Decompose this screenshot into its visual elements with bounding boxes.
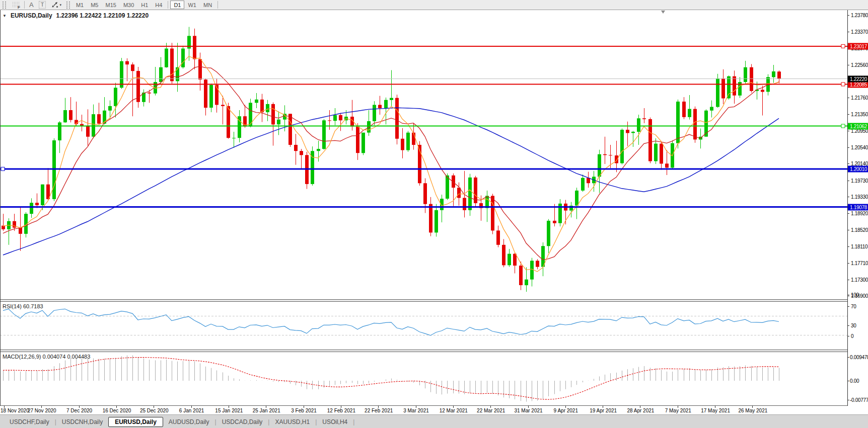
price-tick [848, 296, 849, 296]
date-label: 9 Apr 2021 [548, 408, 584, 413]
price-tick-label: 1.23370 [851, 29, 868, 35]
price-tick [848, 114, 849, 115]
date-label: 12 Mar 2021 [436, 408, 471, 413]
macd-axis-tick [848, 357, 849, 358]
chart-tab-usdchf[interactable]: USDCHF,Daily [4, 417, 55, 427]
macd-axis-tick [848, 400, 849, 400]
timeframe-group: M1M5M15M30H1H4D1W1MN [73, 1, 215, 9]
timeframe-button-w1[interactable]: W1 [184, 1, 200, 9]
price-tick [848, 230, 849, 230]
price-tick [848, 246, 849, 247]
date-label: 3 Mar 2021 [399, 408, 434, 413]
chart-tab-usdcad[interactable]: USDCAD,Daily [216, 417, 268, 427]
timeframe-button-m1[interactable]: M1 [73, 1, 87, 9]
chart-tab-eurusd[interactable]: EURUSD,Daily [108, 417, 163, 427]
chart-ohlc-values: 1.22396 1.22422 1.22109 1.22220 [56, 12, 149, 19]
toolbar-divider [24, 1, 25, 9]
date-label: 22 Feb 2021 [361, 408, 396, 413]
toolbar-grip[interactable] [66, 2, 70, 9]
date-label: 27 Nov 2020 [24, 408, 59, 413]
price-tick-label: 1.19730 [851, 178, 868, 183]
toolbar: F A T ▾ M1M5M15M30H1H4D1W1MN [0, 0, 868, 10]
toolbar-divider [218, 1, 218, 9]
price-tick-label: 1.21350 [851, 112, 868, 117]
price-tick [848, 147, 849, 148]
macd-axis-label: 0.00 [850, 378, 859, 384]
price-tick-label: 1.20540 [851, 144, 868, 150]
chart-tab-audusd[interactable]: AUDUSD,Daily [163, 417, 215, 427]
date-label: 31 Mar 2021 [511, 408, 546, 413]
price-tick-label: 1.17300 [851, 277, 868, 282]
chart-tab-usdcnh[interactable]: USDCNH,Daily [56, 417, 108, 427]
price-line-label: 1.20010 [848, 165, 868, 172]
price-tick-label: 1.23780 [851, 13, 868, 18]
price-tick [848, 98, 849, 98]
date-label: 17 May 2021 [698, 408, 733, 413]
price-tick [848, 263, 849, 264]
price-tick-label: 1.22560 [851, 62, 868, 68]
text-tool-button[interactable]: A [27, 1, 36, 9]
date-label: 25 Dec 2020 [136, 408, 172, 413]
chart-left-frame [0, 10, 1, 406]
chart-menu-arrow-icon[interactable]: ▼ [3, 14, 7, 18]
chart-symbol: EURUSD,Daily [11, 12, 52, 19]
rsi-axis-label: 0 [851, 333, 853, 339]
rsi-axis-tick [848, 295, 849, 295]
price-tick [848, 280, 849, 280]
date-label: 22 Mar 2021 [473, 408, 509, 413]
rsi-panel[interactable] [0, 302, 848, 350]
date-label: 7 May 2021 [661, 408, 696, 413]
chart-title: ▼ EURUSD,Daily 1.22396 1.22422 1.22109 1… [3, 12, 149, 19]
price-tick [848, 32, 849, 32]
pointer-tools-button[interactable]: ▾ [48, 1, 64, 9]
macd-panel[interactable] [0, 352, 848, 405]
candlestick-chart[interactable] [0, 10, 848, 299]
rsi-axis-tick [848, 325, 849, 326]
rsi-axis-tick [848, 336, 849, 336]
date-label: 3 Feb 2021 [286, 408, 322, 413]
dropdown-arrow-icon: ▾ [59, 3, 61, 7]
diagonal-arrows-icon [51, 2, 58, 8]
main-chart-panel[interactable] [0, 10, 848, 299]
date-axis[interactable]: 18 Nov 202027 Nov 20207 Dec 202016 Dec 2… [0, 406, 848, 414]
date-label: 7 Dec 2020 [62, 408, 97, 413]
price-axis[interactable]: 1.237801.233701.229701.225601.221601.217… [847, 10, 868, 406]
rsi-indicator-label: RSI(14) 60.7183 [3, 303, 43, 309]
toolbar-grip[interactable] [3, 2, 6, 9]
price-tick [848, 197, 849, 197]
timeframe-button-mn[interactable]: MN [200, 1, 215, 9]
rsi-axis-label: 70 [851, 303, 856, 309]
date-label: 15 Jan 2021 [211, 408, 247, 413]
macd-indicator-label: MACD(12,26,9) 0.004074 0.004483 [3, 354, 90, 360]
timeframe-button-d1[interactable]: D1 [170, 1, 184, 9]
price-tick [848, 65, 849, 65]
textbox-tool-button[interactable]: T [36, 1, 49, 9]
timeframe-button-m5[interactable]: M5 [87, 1, 102, 9]
timeframe-button-m30[interactable]: M30 [120, 1, 137, 9]
price-tick-label: 1.18520 [851, 227, 868, 232]
metatrader-window: F A T ▾ M1M5M15M30H1H4D1W1MN ▼ EURUSD,Da… [0, 0, 868, 428]
macd-chart[interactable] [0, 352, 848, 405]
macd-axis-label: 0.009478 [850, 355, 868, 360]
timeframe-button-h1[interactable]: H1 [137, 1, 152, 9]
rsi-axis-tick [848, 306, 849, 307]
price-tick-label: 1.18920 [851, 211, 868, 216]
price-tick [848, 131, 849, 131]
price-tick-label: 1.17710 [851, 260, 868, 266]
rsi-chart[interactable] [0, 302, 848, 350]
price-tick [848, 15, 849, 16]
timeframe-button-m15[interactable]: M15 [102, 1, 119, 9]
price-tick [848, 163, 849, 164]
price-tick-label: 1.21760 [851, 95, 868, 100]
date-label: 16 Dec 2020 [99, 408, 134, 413]
chart-tab-bar: USDCHF,Daily|USDCNH,DailyEURUSD,DailyAUD… [0, 414, 868, 428]
rsi-axis-label: 30 [851, 322, 856, 328]
current-price-label: 1.22220 [848, 75, 868, 82]
timeframe-button-h4[interactable]: H4 [152, 1, 166, 9]
macd-axis-tick [848, 381, 849, 381]
chart-tab-usoil[interactable]: USOil,H4 [317, 417, 353, 427]
date-label: 25 Jan 2021 [249, 408, 284, 413]
chart-tab-xauusd[interactable]: XAUUSD,H1 [269, 417, 315, 427]
price-tick [848, 181, 849, 181]
chart-window-icon[interactable]: F [9, 1, 22, 9]
